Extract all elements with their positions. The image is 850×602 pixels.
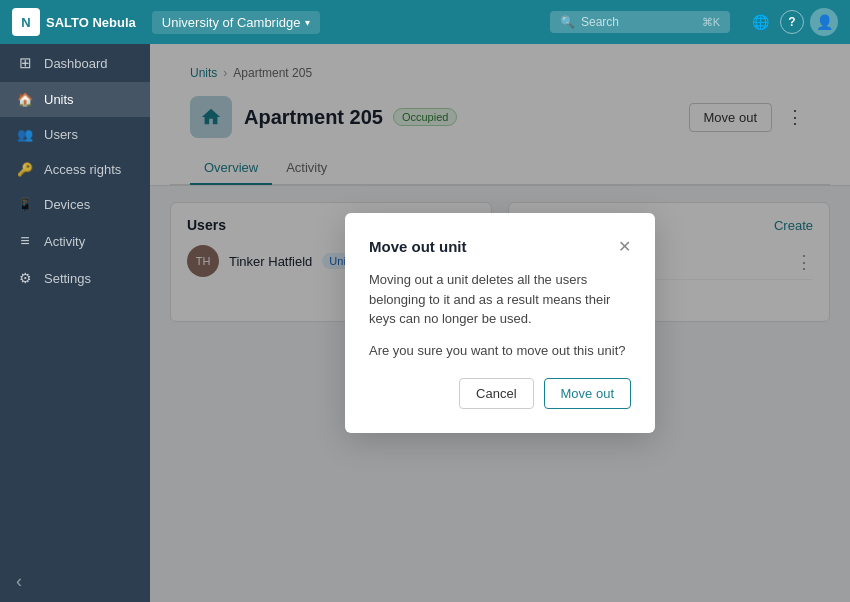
confirm-move-out-button[interactable]: Move out — [544, 378, 631, 409]
dialog-close-button[interactable]: ✕ — [618, 237, 631, 256]
sidebar-item-activity[interactable]: ≡ Activity — [0, 222, 150, 260]
sidebar-label-settings: Settings — [44, 271, 91, 286]
dialog-header: Move out unit ✕ — [369, 237, 631, 256]
sidebar-label-users: Users — [44, 127, 78, 142]
sidebar-item-devices[interactable]: 📱 Devices — [0, 187, 150, 222]
sidebar-label-access-rights: Access rights — [44, 162, 121, 177]
sidebar-item-access-rights[interactable]: 🔑 Access rights — [0, 152, 150, 187]
user-avatar-button[interactable]: 👤 — [810, 8, 838, 36]
sidebar-item-settings[interactable]: ⚙ Settings — [0, 260, 150, 296]
sidebar-item-users[interactable]: 👥 Users — [0, 117, 150, 152]
help-button[interactable]: ? — [780, 10, 804, 34]
search-shortcut: ⌘K — [702, 16, 720, 29]
sidebar-item-dashboard[interactable]: ⊞ Dashboard — [0, 44, 150, 82]
sidebar-label-dashboard: Dashboard — [44, 56, 108, 71]
globe-button[interactable]: 🌐 — [746, 8, 774, 36]
app-logo: N SALTO Nebula — [12, 8, 136, 36]
dialog-body-text: Moving out a unit deletes all the users … — [369, 270, 631, 329]
org-name: University of Cambridge — [162, 15, 301, 30]
units-icon: 🏠 — [16, 92, 34, 107]
activity-icon: ≡ — [16, 232, 34, 250]
users-icon: 👥 — [16, 127, 34, 142]
sidebar-label-devices: Devices — [44, 197, 90, 212]
search-icon: 🔍 — [560, 15, 575, 29]
topnav-icons: 🌐 ? 👤 — [746, 8, 838, 36]
dialog-actions: Cancel Move out — [369, 378, 631, 409]
chevron-down-icon: ▾ — [305, 17, 310, 28]
search-bar[interactable]: 🔍 Search ⌘K — [550, 11, 730, 33]
logo-icon: N — [12, 8, 40, 36]
dialog-question-text: Are you sure you want to move out this u… — [369, 343, 631, 358]
dashboard-icon: ⊞ — [16, 54, 34, 72]
collapse-icon: ‹ — [16, 571, 22, 591]
app-name: SALTO Nebula — [46, 15, 136, 30]
search-placeholder: Search — [581, 15, 619, 29]
org-switcher[interactable]: University of Cambridge ▾ — [152, 11, 320, 34]
devices-icon: 📱 — [16, 197, 34, 212]
sidebar: ⊞ Dashboard 🏠 Units 👥 Users 🔑 Access rig… — [0, 44, 150, 602]
sidebar-label-activity: Activity — [44, 234, 85, 249]
access-icon: 🔑 — [16, 162, 34, 177]
dialog-title: Move out unit — [369, 238, 467, 255]
move-out-dialog: Move out unit ✕ Moving out a unit delete… — [345, 213, 655, 433]
content-area: Units › Apartment 205 Apartment 205 O — [150, 44, 850, 602]
sidebar-collapse-button[interactable]: ‹ — [0, 561, 150, 602]
main-layout: ⊞ Dashboard 🏠 Units 👥 Users 🔑 Access rig… — [0, 44, 850, 602]
cancel-button[interactable]: Cancel — [459, 378, 533, 409]
settings-icon: ⚙ — [16, 270, 34, 286]
sidebar-item-units[interactable]: 🏠 Units — [0, 82, 150, 117]
dialog-overlay: Move out unit ✕ Moving out a unit delete… — [150, 44, 850, 602]
topnav: N SALTO Nebula University of Cambridge ▾… — [0, 0, 850, 44]
sidebar-label-units: Units — [44, 92, 74, 107]
